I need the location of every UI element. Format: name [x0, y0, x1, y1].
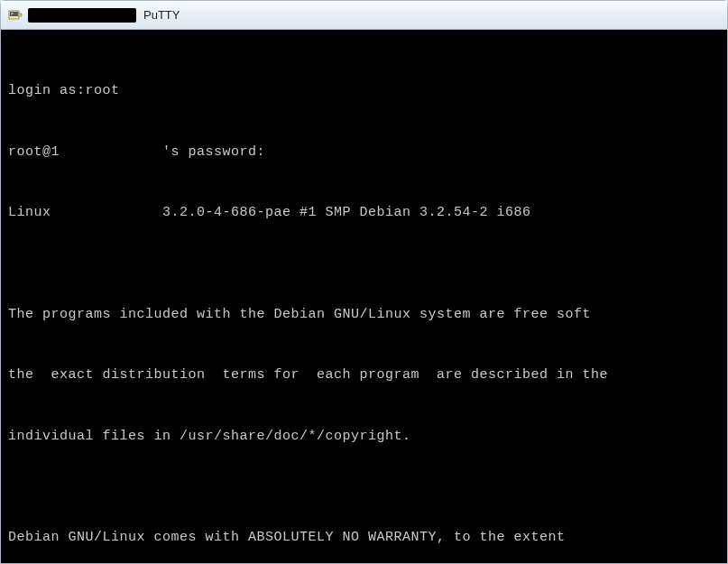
- terminal-line: login as:root: [8, 81, 720, 102]
- svg-rect-2: [18, 14, 22, 16]
- window-title: PuTTY: [143, 8, 180, 22]
- terminal-line: Linux 3.2.0-4-686-pae #1 SMP Debian 3.2.…: [8, 203, 720, 224]
- titlebar[interactable]: PuTTY: [1, 1, 727, 30]
- redacted-host: [28, 8, 136, 23]
- terminal-area[interactable]: login as:root root@1 's password: Linux …: [1, 30, 727, 563]
- terminal-line: root@1 's password:: [8, 143, 720, 163]
- terminal-line: Debian GNU/Linux comes with ABSOLUTELY N…: [8, 528, 720, 549]
- terminal-line: The programs included with the Debian GN…: [8, 305, 720, 326]
- terminal-line: individual files in /usr/share/doc/*/cop…: [8, 427, 720, 448]
- svg-rect-1: [10, 12, 18, 16]
- terminal-line: the exact distribution terms for each pr…: [8, 365, 720, 386]
- putty-window: PuTTY login as:root root@1 's password: …: [0, 0, 728, 564]
- putty-icon: [8, 8, 23, 23]
